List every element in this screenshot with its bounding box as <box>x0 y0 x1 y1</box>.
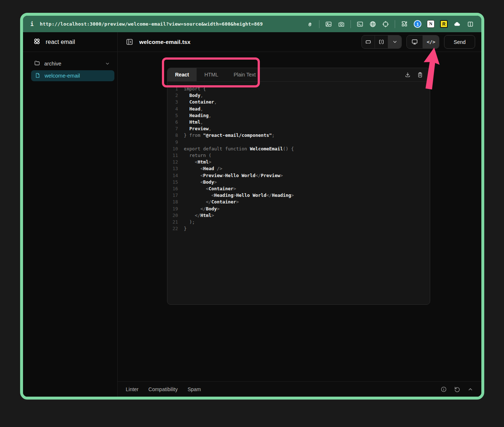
bottom-bar: Linter Compatibility Spam <box>118 381 481 397</box>
refined-github-icon[interactable]: R <box>440 20 448 28</box>
code-line: 1import { <box>167 86 430 92</box>
browser-toolbar-icons: 1 N R <box>306 20 474 28</box>
react-email-logo-icon <box>33 37 41 47</box>
line-number: 2 <box>167 92 178 99</box>
link-icon[interactable] <box>306 20 314 28</box>
preview-area: React HTML Plain Text 1import {2 B <box>118 52 481 381</box>
code-line: 15 <Body> <box>167 179 430 186</box>
sidebar-toggle-icon[interactable] <box>126 38 133 46</box>
send-button[interactable]: Send <box>444 35 475 49</box>
code-line: 19 </Body> <box>167 206 430 212</box>
tab-html[interactable]: HTML <box>197 68 226 81</box>
viewport-width-icon[interactable] <box>362 35 375 48</box>
url-text[interactable]: http://localhost:3000/preview/welcome-em… <box>40 21 263 27</box>
line-number: 9 <box>167 139 178 146</box>
screenshot-icon[interactable] <box>325 20 332 28</box>
terminal-icon[interactable] <box>356 20 364 28</box>
camera-icon[interactable] <box>338 20 345 28</box>
viewport-size-control <box>361 35 402 49</box>
browser-window: i http://localhost:3000/preview/welcome-… <box>20 13 484 400</box>
line-number: 10 <box>167 146 178 152</box>
onepassword-icon[interactable]: 1 <box>414 20 421 28</box>
code-lines[interactable]: 1import {2 Body,3 Container,4 Head,5 Hea… <box>167 82 430 304</box>
code-line: 5 Heading, <box>167 112 430 119</box>
line-number: 15 <box>167 179 178 186</box>
chevron-down-icon[interactable] <box>105 61 110 66</box>
tab-spam[interactable]: Spam <box>187 386 201 392</box>
sidebar-folder-label: archive <box>44 61 61 67</box>
app-logo-row: react email <box>23 32 117 52</box>
line-number: 11 <box>167 152 178 159</box>
puzzle-icon[interactable] <box>401 20 408 28</box>
toolbar-divider <box>319 20 319 28</box>
line-number: 8 <box>167 132 178 139</box>
app-name: react email <box>46 39 75 45</box>
code-line: 14 <Preview>Hello World</Preview> <box>167 172 430 179</box>
desktop-view-icon[interactable] <box>407 35 423 48</box>
header-actions: </> Send <box>361 35 475 49</box>
line-number: 21 <box>167 219 178 225</box>
crosshair-icon[interactable] <box>382 20 389 28</box>
line-number: 13 <box>167 165 178 172</box>
tab-linter[interactable]: Linter <box>126 386 139 392</box>
line-number: 18 <box>167 199 178 205</box>
sidebar-item-archive[interactable]: archive <box>31 58 114 70</box>
code-line: 12 <Html> <box>167 159 430 165</box>
file-icon <box>35 72 41 79</box>
info-circle-icon[interactable] <box>440 386 447 393</box>
line-number: 14 <box>167 172 178 179</box>
desktop: { "colors": { "frame_green": "#7ed8a2", … <box>0 0 504 427</box>
code-panel-actions <box>405 68 430 81</box>
code-line: 11 return ( <box>167 152 430 159</box>
code-line: 4 Head, <box>167 106 430 112</box>
browser-url-bar: i http://localhost:3000/preview/welcome-… <box>23 16 481 32</box>
code-line: 16 <Container> <box>167 186 430 192</box>
sidebar-nav: archive welcome-email <box>23 52 117 81</box>
line-number: 4 <box>167 106 178 112</box>
split-view-icon[interactable] <box>467 20 474 28</box>
toolbar-divider <box>395 20 395 28</box>
cloud-icon[interactable] <box>453 20 461 28</box>
sidebar: react email archive welcome-email <box>23 32 118 397</box>
view-mode-toggle: </> <box>406 35 439 49</box>
code-line: 21 ); <box>167 219 430 225</box>
line-number: 17 <box>167 192 178 199</box>
line-number: 16 <box>167 186 178 192</box>
code-line: 13 <Head /> <box>167 165 430 172</box>
chevron-up-icon[interactable] <box>467 386 473 392</box>
sidebar-file-label: welcome-email <box>45 73 80 79</box>
title-wrap: welcome-email.tsx <box>126 38 190 46</box>
copy-clipboard-icon[interactable] <box>417 72 423 78</box>
app-body: react email archive welcome-email <box>23 32 481 397</box>
site-info-icon[interactable]: i <box>30 21 34 27</box>
code-line: 20 </Html> <box>167 212 430 219</box>
line-number: 12 <box>167 159 178 165</box>
code-icon: </> <box>427 39 435 45</box>
line-number: 6 <box>167 119 178 126</box>
code-line: 22} <box>167 225 430 232</box>
tab-plain-text[interactable]: Plain Text <box>226 68 263 81</box>
line-number: 3 <box>167 99 178 105</box>
line-number: 5 <box>167 112 178 119</box>
code-line: 18 </Container> <box>167 199 430 205</box>
sidebar-item-welcome-email[interactable]: welcome-email <box>31 70 114 81</box>
source-view-button[interactable]: </> <box>423 35 439 48</box>
notion-icon[interactable]: N <box>427 20 435 28</box>
download-icon[interactable] <box>405 72 411 78</box>
code-line: 6 Html, <box>167 119 430 126</box>
code-line: 17 <Heading>Hello World</Heading> <box>167 192 430 199</box>
refresh-icon[interactable] <box>454 386 461 393</box>
tab-react[interactable]: React <box>167 68 197 81</box>
source-code-panel: React HTML Plain Text 1import {2 B <box>167 68 430 305</box>
tab-compatibility[interactable]: Compatibility <box>148 386 178 392</box>
line-number: 22 <box>167 225 178 232</box>
line-number: 1 <box>167 86 178 92</box>
folder-icon <box>34 60 40 67</box>
code-line: 10export default function WelcomeEmail()… <box>167 146 430 152</box>
globe-icon[interactable] <box>369 20 376 28</box>
viewport-dropdown-chevron[interactable] <box>388 35 401 48</box>
viewport-dimensions-icon[interactable] <box>375 35 388 48</box>
code-line: 7 Preview, <box>167 126 430 132</box>
bottom-bar-icons <box>440 386 473 393</box>
page-title: welcome-email.tsx <box>139 39 190 45</box>
